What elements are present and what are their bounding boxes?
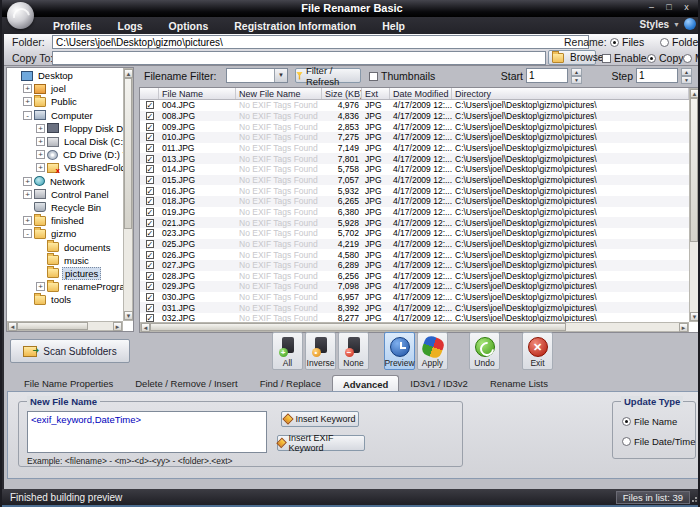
- tree-item-control-panel[interactable]: +Control Panel: [7, 188, 123, 201]
- start-stepper[interactable]: ▲▼: [571, 68, 582, 83]
- table-row[interactable]: ✓030.JPGNo EXIF Tags Found6,957JPG4/17/2…: [140, 292, 689, 303]
- step-input[interactable]: [636, 68, 678, 83]
- row-checkbox-cell[interactable]: ✓: [140, 314, 159, 322]
- tree-expander-icon[interactable]: +: [23, 97, 32, 106]
- none-button[interactable]: −None: [338, 332, 369, 370]
- tab-file-name-properties[interactable]: File Name Properties: [13, 374, 124, 391]
- tree-expander-icon[interactable]: +: [23, 216, 32, 225]
- row-checkbox-cell[interactable]: ✓: [140, 187, 159, 195]
- start-input[interactable]: [526, 68, 568, 83]
- row-checkbox-cell[interactable]: ✓: [140, 165, 159, 173]
- scroll-down-icon[interactable]: ▼: [690, 312, 699, 321]
- resize-grip[interactable]: [691, 493, 700, 502]
- copyto-input[interactable]: [52, 51, 546, 65]
- table-row[interactable]: ✓016.JPGNo EXIF Tags Found5,932JPG4/17/2…: [140, 185, 689, 196]
- exit-button[interactable]: ✕Exit: [522, 332, 553, 370]
- row-checkbox-cell[interactable]: ✓: [140, 261, 159, 269]
- tab-delete-remove-insert[interactable]: Delete / Remove / Insert: [124, 374, 248, 391]
- row-checkbox-cell[interactable]: ✓: [140, 293, 159, 301]
- table-row[interactable]: ✓027.JPGNo EXIF Tags Found6,289JPG4/17/2…: [140, 260, 689, 271]
- tree-horizontal-scrollbar[interactable]: ◄ ►: [7, 321, 123, 331]
- row-checkbox-cell[interactable]: ✓: [140, 197, 159, 205]
- checkbox-checked-icon[interactable]: ✓: [146, 112, 154, 120]
- column-header-size-kb[interactable]: Size (KB): [322, 88, 362, 99]
- row-checkbox-cell[interactable]: ✓: [140, 101, 159, 109]
- copy-radio[interactable]: Copy: [647, 52, 684, 64]
- table-row[interactable]: ✓014.JPGNo EXIF Tags Found5,758JPG4/17/2…: [140, 164, 689, 175]
- inverse-button[interactable]: •Inverse: [305, 332, 336, 370]
- all-button[interactable]: +All: [272, 332, 303, 370]
- tree-expander-icon[interactable]: +: [23, 190, 32, 199]
- scroll-up-icon[interactable]: ▲: [690, 89, 699, 98]
- tab-id3v1-id3v2[interactable]: ID3v1 / ID3v2: [399, 374, 479, 391]
- checkbox-checked-icon[interactable]: ✓: [146, 176, 154, 184]
- tree-item-recycle-bin[interactable]: Recycle Bin: [7, 201, 123, 214]
- checkbox-checked-icon[interactable]: ✓: [146, 251, 154, 259]
- checkbox-checked-icon[interactable]: ✓: [146, 314, 154, 322]
- row-checkbox-cell[interactable]: ✓: [140, 251, 159, 259]
- table-row[interactable]: ✓029.JPGNo EXIF Tags Found7,098JPG4/17/2…: [140, 281, 689, 292]
- move-radio[interactable]: Move: [683, 52, 700, 64]
- table-row[interactable]: ✓010.JPGNo EXIF Tags Found7,275JPG4/17/2…: [140, 132, 689, 143]
- table-row[interactable]: ✓031.JPGNo EXIF Tags Found8,392JPG4/17/2…: [140, 302, 689, 313]
- table-row[interactable]: ✓032.JPGNo EXIF Tags Found8,277JPG4/17/2…: [140, 313, 689, 322]
- tree-item-finished[interactable]: +finished: [7, 214, 123, 227]
- tree-expander-icon[interactable]: +: [23, 84, 32, 93]
- column-header-directory[interactable]: Directory: [452, 88, 689, 99]
- checkbox-checked-icon[interactable]: ✓: [146, 293, 154, 301]
- table-row[interactable]: ✓011.JPGNo EXIF Tags Found7,149JPG4/17/2…: [140, 143, 689, 154]
- scroll-up-icon[interactable]: ▲: [124, 69, 133, 78]
- table-row[interactable]: ✓025.JPGNo EXIF Tags Found4,219JPG4/17/2…: [140, 239, 689, 250]
- checkbox-checked-icon[interactable]: ✓: [146, 219, 154, 227]
- row-checkbox-cell[interactable]: ✓: [140, 229, 159, 237]
- row-checkbox-cell[interactable]: ✓: [140, 144, 159, 152]
- tree-item-gizmo[interactable]: -gizmo: [7, 227, 123, 240]
- scroll-right-icon[interactable]: ►: [113, 322, 122, 331]
- tab-rename-lists[interactable]: Rename Lists: [479, 374, 559, 391]
- table-row[interactable]: ✓019.JPGNo EXIF Tags Found6,380JPG4/17/2…: [140, 207, 689, 218]
- tab-advanced[interactable]: Advanced: [332, 375, 399, 392]
- browse-button[interactable]: Browse: [548, 50, 596, 65]
- tree-expander-icon[interactable]: -: [23, 229, 32, 238]
- minimize-button[interactable]: –: [646, 2, 659, 12]
- scroll-right-icon[interactable]: ►: [679, 323, 688, 332]
- checkbox-checked-icon[interactable]: ✓: [146, 240, 154, 248]
- tree-expander-icon[interactable]: +: [36, 137, 45, 146]
- checkbox-checked-icon[interactable]: ✓: [146, 101, 154, 109]
- apply-button[interactable]: Apply: [417, 332, 448, 370]
- scroll-down-icon[interactable]: ▼: [124, 311, 133, 320]
- tree-item-desktop[interactable]: Desktop: [7, 69, 123, 82]
- checkbox-checked-icon[interactable]: ✓: [146, 197, 154, 205]
- menu-help[interactable]: Help: [369, 20, 418, 32]
- help-globe-icon[interactable]: [684, 18, 696, 30]
- checkbox-checked-icon[interactable]: ✓: [146, 165, 154, 173]
- maximize-button[interactable]: □: [663, 2, 676, 12]
- column-header-new-file-name[interactable]: New File Name: [236, 88, 322, 99]
- row-checkbox-cell[interactable]: ✓: [140, 123, 159, 131]
- table-horizontal-scrollbar[interactable]: ◄ ►: [140, 322, 689, 332]
- table-row[interactable]: ✓008.JPGNo EXIF Tags Found4,836JPG4/17/2…: [140, 111, 689, 122]
- tree-item-tools[interactable]: tools: [7, 293, 123, 306]
- menu-options[interactable]: Options: [156, 20, 222, 32]
- column-header-ext[interactable]: Ext: [362, 88, 390, 99]
- checkbox-checked-icon[interactable]: ✓: [146, 282, 154, 290]
- row-checkbox-cell[interactable]: ✓: [140, 133, 159, 141]
- checkbox-checked-icon[interactable]: ✓: [146, 187, 154, 195]
- tree-item-renameprograms[interactable]: +renamePrograms: [7, 280, 123, 293]
- update-file-name-radio[interactable]: File Name: [622, 416, 677, 427]
- tree-vertical-scrollbar[interactable]: ▲ ▼: [123, 68, 133, 321]
- column-header-file-name[interactable]: File Name: [159, 88, 236, 99]
- rename-folders-radio[interactable]: Folders: [660, 36, 700, 48]
- tree-item-pictures[interactable]: pictures: [7, 267, 123, 280]
- tree-expander-icon[interactable]: +: [36, 163, 45, 172]
- close-button[interactable]: x: [681, 2, 694, 12]
- checkbox-checked-icon[interactable]: ✓: [146, 261, 154, 269]
- table-row[interactable]: ✓015.JPGNo EXIF Tags Found7,057JPG4/17/2…: [140, 175, 689, 186]
- menu-profiles[interactable]: Profiles: [40, 20, 105, 32]
- checkbox-checked-icon[interactable]: ✓: [146, 133, 154, 141]
- row-checkbox-cell[interactable]: ✓: [140, 240, 159, 248]
- tree-expander-icon[interactable]: -: [23, 111, 32, 120]
- tab-find-replace[interactable]: Find / Replace: [249, 374, 332, 391]
- enable-checkbox[interactable]: Enable: [602, 52, 647, 64]
- table-row[interactable]: ✓013.JPGNo EXIF Tags Found7,801JPG4/17/2…: [140, 153, 689, 164]
